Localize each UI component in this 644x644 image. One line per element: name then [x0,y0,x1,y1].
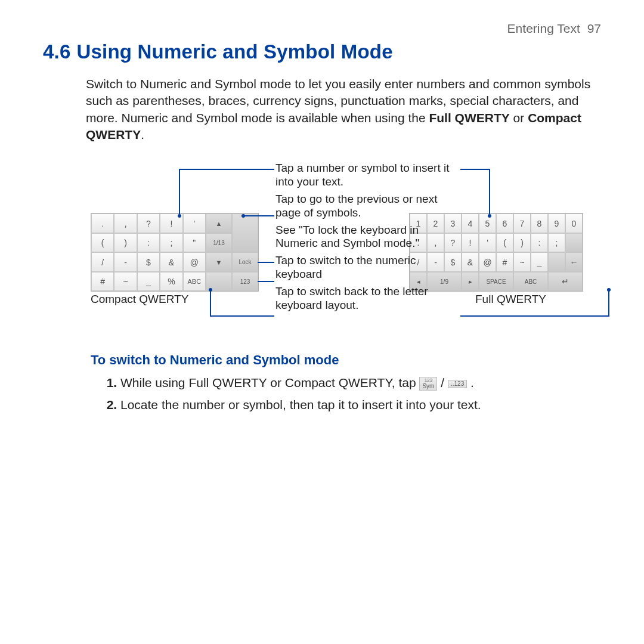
key[interactable]: ) [513,233,531,253]
key[interactable]: 0 [565,213,583,233]
key[interactable]: # [496,252,513,272]
abc-key[interactable]: ABC [513,272,548,292]
backspace-key[interactable]: ← [565,252,583,272]
connector-line [460,315,609,317]
key[interactable]: ~ [513,252,531,272]
connector-line [210,289,211,315]
callout-2: Tap to go to the previous or next page o… [275,193,460,220]
key[interactable]: . [91,213,114,233]
key[interactable]: 9 [548,213,565,233]
key[interactable]: ' [479,233,496,253]
intro-tail: . [141,128,144,141]
step-sep: / [441,376,448,389]
key[interactable]: / [91,252,114,272]
pager-up-key[interactable]: ▲ [206,213,232,233]
key[interactable]: ~ [114,272,137,292]
steps-list: While using Full QWERTY or Compact QWERT… [103,374,565,414]
connector-line [243,215,274,216]
key[interactable]: _ [531,252,548,272]
key[interactable]: " [183,233,206,253]
connector-dot-icon [607,288,611,292]
inline-key-label: Sym [422,383,434,389]
page-number: 97 [587,21,601,35]
key[interactable]: ( [91,233,114,253]
full-caption: Full QWERTY [475,293,546,306]
connector-line [179,169,274,170]
key[interactable]: 8 [531,213,548,233]
key[interactable] [548,252,565,272]
key[interactable]: @ [183,252,206,272]
connector-line [179,169,180,214]
key[interactable]: & [462,252,479,272]
key[interactable]: @ [479,252,496,272]
lock-filler-key[interactable] [232,213,258,252]
key[interactable]: , [114,213,137,233]
numeric-key[interactable]: 123 [232,272,258,292]
step-2: Locate the number or symbol, then tap it… [120,396,565,414]
connector-line [258,281,274,282]
intro-paragraph: Switch to Numeric and Symbol mode to let… [86,76,595,143]
step-1: While using Full QWERTY or Compact QWERT… [120,374,565,392]
key[interactable]: : [531,233,548,253]
key[interactable]: 7 [513,213,531,233]
key[interactable]: - [114,252,137,272]
diagram: . , ? ! ' ▲ ( ) : ; " 1/13 / - $ & @ ▼ L… [43,156,601,335]
pager-position: 1/13 [206,233,232,253]
enter-key[interactable]: ↵ [548,272,583,292]
key[interactable]: 6 [496,213,513,233]
connector-line [210,315,274,317]
callout-4: Tap to switch to the numeric keyboard [275,254,460,281]
key[interactable]: ) [114,233,137,253]
step-tail: . [470,376,474,389]
callout-1: Tap a number or symbol to insert it into… [275,162,460,189]
lock-key[interactable]: Lock [232,252,258,272]
sym-inline-key: 123Sym [419,377,437,391]
compact-caption: Compact QWERTY [91,293,188,306]
step-text: While using Full QWERTY or Compact QWERT… [120,376,419,389]
key[interactable]: & [160,252,182,272]
callout-list: Tap a number or symbol to insert it into… [275,162,460,315]
key[interactable]: _ [137,272,160,292]
abc-key[interactable]: ABC [183,272,206,292]
section-number: 4.6 [43,41,70,63]
key[interactable] [565,233,583,253]
page-header: Entering Text 97 [43,21,601,36]
connector-line [258,262,274,263]
intro-mid: or [510,111,528,125]
pager-right-key[interactable]: ▸ [462,272,479,292]
num-inline-key: ..123 [448,380,467,389]
title-text: Using Numeric and Symbol Mode [76,41,392,63]
key[interactable]: ; [160,233,182,253]
connector-line [489,169,490,214]
connector-line [460,169,489,170]
connector-line [608,289,609,315]
space-key[interactable]: SPACE [479,272,513,292]
key[interactable]: : [137,233,160,253]
section-name: Entering Text [507,21,580,35]
intro-bold-1: Full QWERTY [429,111,509,125]
key[interactable]: ( [496,233,513,253]
page-title: 4.6Using Numeric and Symbol Mode [43,41,601,63]
key[interactable]: 4 [462,213,479,233]
key[interactable]: ' [183,213,206,233]
callout-5: Tap to switch back to the letter keyboar… [275,285,460,312]
key[interactable]: ? [137,213,160,233]
key[interactable]: ! [462,233,479,253]
key[interactable]: $ [137,252,160,272]
key[interactable]: # [91,272,114,292]
pager-down-key[interactable]: ▼ [206,252,232,272]
key[interactable]: ; [548,233,565,253]
callout-3: See "To lock the keyboard in Numeric and… [275,224,460,251]
compact-qwerty-keyboard: . , ? ! ' ▲ ( ) : ; " 1/13 / - $ & @ ▼ L… [91,213,259,292]
key[interactable]: % [160,272,182,292]
subheading: To switch to Numeric and Symbol mode [91,352,601,368]
inline-key-label: ..123 [451,380,464,387]
